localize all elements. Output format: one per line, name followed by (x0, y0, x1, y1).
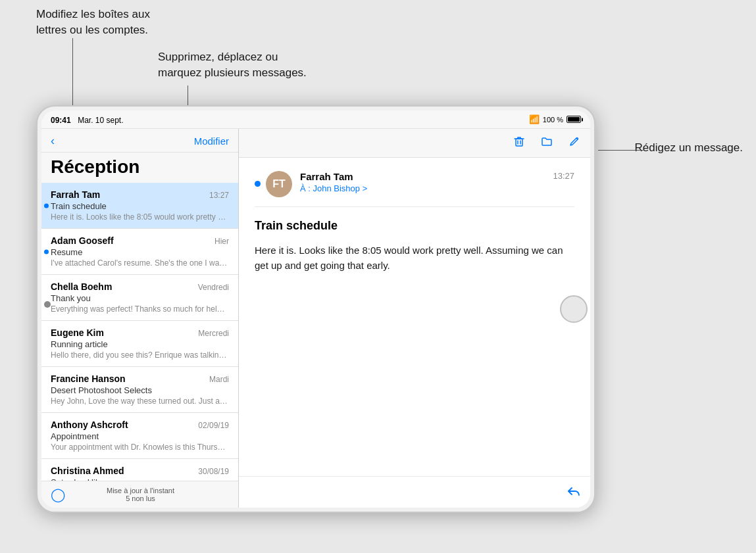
mail-time: Hier (214, 237, 229, 246)
status-date: Mar. 10 sept. (78, 116, 123, 125)
update-label: Mise à jour à l'instant (107, 487, 174, 494)
mail-time: Mardi (209, 375, 229, 384)
mail-sender: Adam Gooseff (51, 235, 114, 246)
mail-time: 30/08/19 (198, 467, 229, 476)
message-reply-area (239, 476, 590, 508)
home-button[interactable] (560, 295, 588, 323)
reply-button[interactable] (567, 483, 581, 501)
message-header-row: FT Farrah Tam À : John Bishop > 13:27 (255, 171, 574, 207)
trash-button[interactable] (513, 135, 526, 151)
message-timestamp: 13:27 (553, 171, 574, 181)
inbox-title: Réception (41, 153, 238, 183)
mail-preview: Hey John, Love the way these turned out.… (51, 397, 229, 406)
status-right: 📶 100 % (529, 114, 581, 124)
message-body: Here it is. Looks like the 8:05 would wo… (255, 243, 574, 273)
unread-dot (255, 181, 261, 187)
ipad-frame: 09:41 Mar. 10 sept. 📶 100 % ‹ Modifier (36, 105, 595, 513)
mail-item-header: Anthony Ashcroft 02/09/19 (51, 420, 229, 430)
mail-item-francine[interactable]: Francine Hanson Mardi Desert Photoshoot … (41, 367, 238, 413)
mail-item-header: Adam Gooseff Hier (51, 235, 229, 246)
mail-subject: Appointment (51, 431, 229, 441)
mail-sender: Christina Ahmed (51, 466, 124, 476)
mail-preview: Everything was perfect! Thanks so much f… (51, 304, 229, 314)
battery-fill (568, 117, 580, 122)
mail-preview: Hello there, did you see this? Enrique w… (51, 350, 229, 360)
battery-percent: 100 % (543, 116, 563, 124)
annotation-line-left (72, 38, 73, 109)
message-toolbar (239, 129, 590, 158)
folder-button[interactable] (540, 135, 553, 151)
message-to[interactable]: À : John Bishop > (300, 183, 553, 193)
ipad-screen: 09:41 Mar. 10 sept. 📶 100 % ‹ Modifier (41, 110, 590, 508)
side-dot (44, 301, 51, 308)
mail-subject: Thank you (51, 293, 229, 303)
mail-preview: Here it is. Looks like the 8:05 would wo… (51, 212, 229, 222)
message-meta: Farrah Tam À : John Bishop > (300, 171, 553, 193)
mail-item-header: Chella Boehm Vendredi (51, 281, 229, 292)
mail-item-farrah[interactable]: Farrah Tam 13:27 Train schedule Here it … (41, 183, 238, 229)
annotation-right: Rédigez un message. (635, 140, 743, 156)
message-from: Farrah Tam (300, 171, 553, 182)
mail-sender: Anthony Ashcroft (51, 420, 128, 430)
mail-item-christina[interactable]: Christina Ahmed 30/08/19 Saturday Hike H… (41, 459, 238, 481)
mail-time: 13:27 (209, 191, 229, 200)
svg-rect-0 (516, 139, 522, 146)
mail-item-header: Christina Ahmed 30/08/19 (51, 466, 229, 476)
mail-sender: Eugene Kim (51, 327, 104, 338)
mail-item-chella[interactable]: Chella Boehm Vendredi Thank you Everythi… (41, 275, 238, 321)
mail-subject: Resume (51, 247, 229, 257)
mail-list-footer: ◯ Mise à jour à l'instant 5 non lus (41, 481, 238, 508)
annotation-top-left: Modifiez les boîtes auxlettres ou les co… (36, 7, 150, 38)
mail-item-anthony[interactable]: Anthony Ashcroft 02/09/19 Appointment Yo… (41, 413, 238, 459)
mail-time: 02/09/19 (198, 421, 229, 430)
mail-time: Mercredi (198, 329, 229, 338)
mail-subject: Running article (51, 339, 229, 349)
mail-item-header: Eugene Kim Mercredi (51, 327, 229, 338)
mail-sender: Farrah Tam (51, 189, 100, 200)
mail-time: Vendredi (198, 283, 229, 292)
mail-list-panel: ‹ Modifier Réception Farrah Tam 13:27 Tr… (41, 129, 239, 508)
modifier-button[interactable]: Modifier (194, 135, 229, 147)
status-time: 09:41 (51, 116, 71, 125)
mail-item-adam[interactable]: Adam Gooseff Hier Resume I've attached C… (41, 229, 238, 275)
annotation-top-center: Supprimez, déplacez oumarquez plusieurs … (158, 49, 307, 81)
mail-subject: Train schedule (51, 201, 229, 211)
mail-sender: Francine Hanson (51, 373, 126, 384)
mail-preview: Your appointment with Dr. Knowles is thi… (51, 443, 229, 452)
unread-label: 5 non lus (107, 494, 174, 502)
mail-list-header: ‹ Modifier (41, 129, 238, 153)
annotation-line-right (598, 150, 644, 151)
mail-item-header: Farrah Tam 13:27 (51, 189, 229, 200)
mail-item-eugene[interactable]: Eugene Kim Mercredi Running article Hell… (41, 321, 238, 367)
settings-icon[interactable]: ◯ (51, 487, 65, 502)
footer-update: Mise à jour à l'instant 5 non lus (107, 487, 174, 502)
status-bar: 09:41 Mar. 10 sept. 📶 100 % (41, 110, 590, 129)
avatar: FT (266, 171, 292, 197)
mail-sender: Chella Boehm (51, 281, 112, 292)
mail-subject: Saturday Hike (51, 477, 229, 481)
mail-subject: Desert Photoshoot Selects (51, 385, 229, 395)
battery-icon (567, 116, 581, 123)
message-content: FT Farrah Tam À : John Bishop > 13:27 Tr… (239, 158, 590, 476)
back-button[interactable]: ‹ (51, 134, 55, 148)
status-time-date: 09:41 Mar. 10 sept. (51, 114, 124, 126)
compose-button[interactable] (568, 135, 581, 151)
message-panel: FT Farrah Tam À : John Bishop > 13:27 Tr… (239, 129, 590, 508)
wifi-icon: 📶 (529, 114, 540, 124)
mail-preview: I've attached Carol's resume. She's the … (51, 258, 229, 268)
main-content: ‹ Modifier Réception Farrah Tam 13:27 Tr… (41, 129, 590, 508)
mail-items: Farrah Tam 13:27 Train schedule Here it … (41, 183, 238, 481)
mail-item-header: Francine Hanson Mardi (51, 373, 229, 384)
message-subject: Train schedule (255, 219, 574, 233)
